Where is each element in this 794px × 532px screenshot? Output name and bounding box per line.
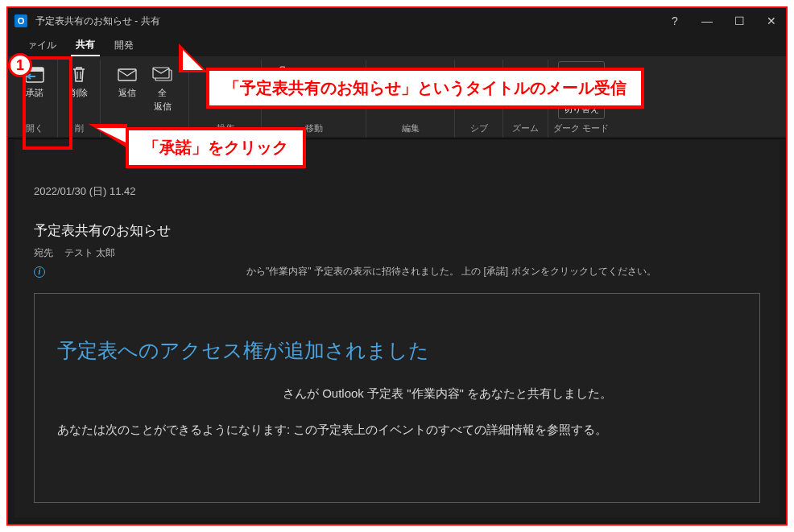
callout-accept-click: 「承諾」をクリック — [126, 127, 306, 168]
reply-icon — [116, 63, 139, 85]
tab-share[interactable]: 共有 — [71, 35, 100, 56]
mail-body-line1: さんが Outlook 予定表 "作業内容" をあなたと共有しました。 — [283, 386, 737, 402]
mail-body-line2: あなたは次のことができるようになります: この予定表上のイベントのすべての詳細情… — [57, 423, 737, 438]
mail-body: 予定表へのアクセス権が追加されました さんが Outlook 予定表 "作業内容… — [34, 293, 760, 503]
tab-file[interactable]: ァイル — [23, 35, 61, 56]
move-group-label: 移動 — [305, 122, 323, 136]
svg-rect-2 — [118, 69, 136, 80]
mail-subject: 予定表共有のお知らせ — [34, 221, 760, 240]
callout1-tail — [179, 43, 208, 72]
close-button[interactable]: ✕ — [757, 8, 786, 34]
reply-label: 返信 — [118, 87, 136, 99]
step-badge: 1 — [8, 53, 32, 77]
help-button[interactable]: ? — [660, 8, 689, 34]
info-icon: i — [34, 266, 45, 278]
trash-icon — [68, 63, 90, 85]
delete-label: 削除 — [70, 87, 88, 99]
darkmode-group-label: ダーク モード — [553, 122, 609, 136]
delete-button[interactable]: 削除 — [63, 61, 95, 101]
reply-all-icon — [151, 63, 174, 85]
mail-date: 2022/01/30 (日) 11.42 — [34, 184, 760, 199]
mail-reading-pane: 2022/01/30 (日) 11.42 予定表共有のお知らせ 宛先 テスト 太… — [14, 140, 780, 518]
open-group-label: 開く — [26, 122, 43, 136]
reply-all-label2: 返信 — [154, 101, 172, 113]
delete-group-label: 削 — [75, 122, 84, 136]
minimize-button[interactable]: — — [693, 8, 722, 34]
accept-label: 承諾 — [26, 87, 43, 99]
to-label: 宛先 — [34, 246, 53, 260]
zoom-group-label: ズーム — [512, 122, 539, 136]
callout-mail-title: 「予定表共有のお知らせ」というタイトルのメール受信 — [206, 68, 644, 109]
outlook-icon: O — [14, 14, 27, 27]
reply-all-label1: 全 — [158, 87, 167, 99]
tab-dev[interactable]: 開発 — [110, 35, 139, 56]
edit-group-label: 編集 — [402, 122, 420, 136]
reply-all-button[interactable]: 全 返信 — [147, 61, 179, 114]
to-value: テスト 太郎 — [64, 246, 115, 260]
tabs-bar: ァイル 共有 開発 — [8, 34, 786, 56]
immersive-group-label: シブ — [470, 122, 488, 136]
reply-button[interactable]: 返信 — [111, 61, 143, 114]
maximize-button[interactable]: ☐ — [725, 8, 754, 34]
mail-body-title: 予定表へのアクセス権が追加されました — [57, 337, 737, 364]
window-title: 予定表共有のお知らせ - 共有 — [35, 14, 160, 28]
title-bar: O 予定表共有のお知らせ - 共有 ? — ☐ ✕ — [8, 8, 786, 34]
callout2-tail — [89, 124, 127, 148]
info-text: から"作業内容" 予定表の表示に招待されました。 上の [承諾] ボタンをクリッ… — [246, 265, 656, 278]
